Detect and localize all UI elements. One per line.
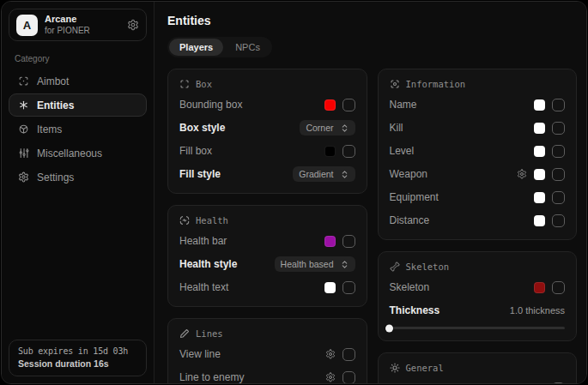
color-swatch[interactable] <box>534 169 545 180</box>
color-swatch[interactable] <box>534 99 545 111</box>
sidebar-item-items[interactable]: Items <box>9 117 147 141</box>
color-swatch[interactable] <box>324 236 336 247</box>
distance-checkbox[interactable] <box>552 214 565 227</box>
tab-players[interactable]: Players <box>169 39 223 56</box>
card-health: Health Health bar Health style H <box>167 205 367 307</box>
setting-label: Kill <box>390 122 403 134</box>
setting-row-weapon: Weapon <box>390 166 566 182</box>
line-to-enemy-checkbox[interactable] <box>342 371 355 384</box>
tab-bar: Players NPCs <box>167 37 272 57</box>
sidebar-item-settings[interactable]: Settings <box>9 165 147 189</box>
app-name: Arcane <box>45 14 90 26</box>
kill-checkbox[interactable] <box>552 122 565 135</box>
chevrons-up-down-icon <box>340 123 349 133</box>
card-title: General <box>406 363 444 373</box>
box-style-dropdown[interactable]: Corner <box>300 120 355 135</box>
session-duration-text: Session duration 16s <box>18 358 137 369</box>
header-gear-icon[interactable] <box>127 19 139 31</box>
setting-row-bounding-box: Bounding box <box>179 97 355 112</box>
bone-icon <box>390 262 400 272</box>
sidebar-item-miscellaneous[interactable]: Miscellaneous <box>9 141 147 165</box>
setting-label: Line to enemy <box>179 371 244 383</box>
sidebar-item-label: Entities <box>37 99 74 111</box>
setting-label: Distance <box>390 214 430 226</box>
heart-pulse-icon <box>179 215 190 226</box>
health-style-dropdown[interactable]: Health based <box>275 256 355 272</box>
color-swatch[interactable] <box>534 123 545 134</box>
health-bar-checkbox[interactable] <box>342 235 355 248</box>
setting-label: Health style <box>179 258 237 270</box>
slider-thumb[interactable] <box>385 324 393 332</box>
setting-row-kill: Kill <box>390 120 566 135</box>
setting-label: Visibility check <box>390 382 457 383</box>
setting-label: View line <box>179 348 221 360</box>
setting-label: Health bar <box>179 235 227 247</box>
pencil-line-icon <box>179 328 190 339</box>
view-line-checkbox[interactable] <box>342 348 355 361</box>
setting-row-line-to-enemy: Line to enemy <box>179 370 355 383</box>
setting-label: Level <box>390 145 415 157</box>
weapon-gear-icon[interactable] <box>517 169 527 179</box>
sidebar-item-label: Aimbot <box>37 75 69 87</box>
color-swatch[interactable] <box>534 192 545 203</box>
name-checkbox[interactable] <box>552 99 565 111</box>
setting-label: Fill style <box>179 168 221 180</box>
thickness-slider[interactable] <box>390 327 566 329</box>
sub-expiry-text: Sub expires in 15d 03h <box>18 346 137 356</box>
entities-asterisk-icon <box>18 99 29 111</box>
gear-icon <box>18 171 29 183</box>
category-label: Category <box>15 54 147 63</box>
card-general: General Visibility check Max distance 50… <box>378 352 578 383</box>
color-swatch[interactable] <box>324 282 336 293</box>
setting-label: Name <box>390 99 417 111</box>
setting-row-equipment: Equipment <box>390 189 566 205</box>
card-lines: Lines View line Line to enemy <box>167 318 367 383</box>
app-logo: A <box>16 15 38 36</box>
tab-npcs[interactable]: NPCs <box>225 39 270 56</box>
fill-style-dropdown[interactable]: Gradient <box>293 166 355 182</box>
bounding-box-checkbox[interactable] <box>342 99 355 111</box>
color-swatch[interactable] <box>534 215 545 226</box>
card-title: Lines <box>196 328 223 339</box>
setting-row-visibility-check: Visibility check <box>390 381 566 383</box>
line-to-enemy-gear-icon[interactable] <box>325 372 336 382</box>
card-title: Information <box>406 79 466 89</box>
sidebar-item-entities[interactable]: Entities <box>9 93 147 117</box>
setting-row-name: Name <box>390 97 566 112</box>
sidebar: A Arcane for PIONER Category Aimbot Enti… <box>2 2 155 383</box>
sidebar-item-label: Settings <box>37 171 74 183</box>
weapon-checkbox[interactable] <box>552 168 565 181</box>
view-line-gear-icon[interactable] <box>325 349 336 359</box>
visibility-check-checkbox[interactable] <box>552 382 565 384</box>
card-skeleton: Skeleton Skeleton Thickness 1.0 thicknes… <box>378 251 578 341</box>
sidebar-header: A Arcane for PIONER <box>9 9 147 41</box>
crosshair-scan-icon <box>18 75 29 87</box>
card-title: Skeleton <box>406 262 450 272</box>
fill-box-checkbox[interactable] <box>342 145 355 158</box>
color-swatch[interactable] <box>324 99 336 111</box>
color-swatch[interactable] <box>534 282 545 293</box>
chevrons-up-down-icon <box>340 260 349 269</box>
sidebar-item-label: Items <box>37 123 62 135</box>
skeleton-checkbox[interactable] <box>552 281 565 294</box>
wheel-icon <box>18 123 29 135</box>
setting-row-level: Level <box>390 143 566 159</box>
equipment-checkbox[interactable] <box>552 191 565 204</box>
color-swatch[interactable] <box>324 146 336 157</box>
card-title: Box <box>196 79 212 89</box>
sliders-icon <box>18 147 29 159</box>
box-corners-icon <box>179 79 190 89</box>
app-window: A Arcane for PIONER Category Aimbot Enti… <box>1 1 587 384</box>
setting-label: Health text <box>179 281 228 293</box>
setting-row-fill-box: Fill box <box>179 143 355 159</box>
setting-row-thickness: Thickness 1.0 thickness <box>390 303 566 318</box>
setting-label: Skeleton <box>390 281 430 293</box>
health-text-checkbox[interactable] <box>342 281 355 294</box>
setting-row-view-line: View line <box>179 346 355 362</box>
scan-eye-icon <box>390 79 400 89</box>
setting-row-health-bar: Health bar <box>179 233 355 249</box>
setting-label: Weapon <box>390 168 427 180</box>
sidebar-item-aimbot[interactable]: Aimbot <box>9 69 147 93</box>
level-checkbox[interactable] <box>552 145 565 158</box>
color-swatch[interactable] <box>534 146 545 157</box>
